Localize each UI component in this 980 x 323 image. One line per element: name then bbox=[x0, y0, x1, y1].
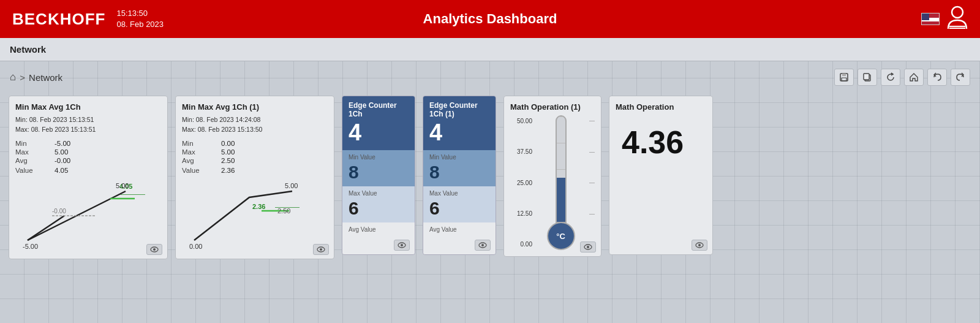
edge2-main-val: 4 bbox=[423, 121, 496, 150]
minmax1-chart: 4.05 ———— -0.00 -5.00 5.00 bbox=[15, 179, 161, 253]
math1-title: Math Operation (1) bbox=[510, 102, 595, 112]
minmax1-card: Min Max Avg 1Ch Min: 08. Feb 2023 15:13:… bbox=[9, 96, 168, 259]
svg-text:-0.00: -0.00 bbox=[52, 208, 66, 215]
network-bar: Network bbox=[0, 38, 980, 61]
minmax2-stats: Min 0.00 Max 5.00 Avg 2.50 Value 2.36 bbox=[182, 140, 328, 174]
flag-icon[interactable] bbox=[921, 13, 940, 25]
refresh-button[interactable] bbox=[881, 69, 900, 86]
svg-point-4 bbox=[952, 7, 963, 18]
math2-value: 4.36 bbox=[622, 124, 706, 161]
svg-text:————: ———— bbox=[121, 191, 145, 197]
svg-point-36 bbox=[698, 244, 701, 246]
header: BECKHOFF 15:13:50 08. Feb 2023 Analytics… bbox=[0, 0, 980, 38]
svg-point-30 bbox=[401, 244, 403, 246]
edge1-min-section: Min Value 8 bbox=[342, 150, 415, 186]
edge2-min-section: Min Value 8 bbox=[423, 150, 496, 186]
math1-card: Math Operation (1) 50.00 37.50 25.00 12.… bbox=[503, 96, 601, 257]
math2-title: Math Operation bbox=[616, 102, 706, 112]
svg-rect-11 bbox=[864, 74, 869, 80]
edge1-main-val: 4 bbox=[342, 121, 415, 150]
breadcrumb: ⌂ > Network bbox=[10, 71, 62, 83]
svg-text:-5.00: -5.00 bbox=[23, 243, 38, 250]
minmax1-stats: Min -5.00 Max 5.00 Avg -0.00 Value 4.05 bbox=[15, 140, 161, 174]
edge2-card: Edge Counter 1Ch (1) 4 Min Value 8 Max V… bbox=[423, 96, 496, 255]
thermo-scale: 50.00 37.50 25.00 12.50 0.00 bbox=[510, 115, 532, 250]
home-button[interactable] bbox=[904, 69, 924, 86]
thermo-tube bbox=[556, 115, 567, 223]
thermo-bulb: °C bbox=[547, 222, 575, 250]
minmax2-title: Min Max Avg 1Ch (1) bbox=[182, 102, 328, 112]
network-bar-title: Network bbox=[10, 44, 46, 55]
thermometer: 50.00 37.50 25.00 12.50 0.00 bbox=[510, 115, 595, 250]
svg-point-34 bbox=[587, 246, 589, 248]
math2-eye-button[interactable] bbox=[692, 240, 707, 251]
undo-button[interactable] bbox=[927, 69, 947, 86]
svg-point-20 bbox=[153, 248, 156, 251]
main-area: ⌂ > Network bbox=[0, 61, 980, 323]
math1-eye-button[interactable] bbox=[580, 241, 596, 253]
breadcrumb-row: ⌂ > Network bbox=[6, 66, 974, 88]
edge2-max-section: Max Value 6 bbox=[423, 186, 496, 222]
header-time: 15:13:50 08. Feb 2023 bbox=[116, 8, 164, 30]
edge2-title: Edge Counter 1Ch (1) bbox=[423, 96, 496, 121]
minmax1-title: Min Max Avg 1Ch bbox=[15, 102, 161, 112]
math2-card: Math Operation 4.36 bbox=[609, 96, 713, 255]
user-icon[interactable] bbox=[947, 6, 968, 32]
svg-point-28 bbox=[320, 248, 322, 251]
edge1-max-section: Max Value 6 bbox=[342, 186, 415, 222]
cards-container: Min Max Avg 1Ch Min: 08. Feb 2023 15:13:… bbox=[6, 93, 974, 262]
logo: BECKHOFF bbox=[12, 10, 105, 29]
toolbar bbox=[834, 69, 970, 86]
svg-text:2.50: 2.50 bbox=[277, 207, 290, 215]
edge2-eye-button[interactable] bbox=[475, 240, 491, 251]
edge1-title: Edge Counter 1Ch bbox=[342, 96, 415, 121]
svg-point-32 bbox=[481, 244, 484, 246]
redo-button[interactable] bbox=[951, 69, 970, 86]
minmax2-info: Min: 08. Feb 2023 14:24:08 Max: 08. Feb … bbox=[182, 115, 328, 135]
svg-text:2.36: 2.36 bbox=[252, 203, 265, 210]
minmax1-eye-button[interactable] bbox=[146, 244, 162, 255]
svg-text:5.00: 5.00 bbox=[285, 182, 298, 189]
minmax2-card: Min Max Avg 1Ch (1) Min: 08. Feb 2023 14… bbox=[175, 96, 334, 259]
save-button[interactable] bbox=[834, 69, 854, 86]
svg-rect-2 bbox=[922, 21, 940, 25]
breadcrumb-separator: > bbox=[20, 72, 25, 83]
edge1-card: Edge Counter 1Ch 4 Min Value 8 Max Value… bbox=[342, 96, 415, 255]
minmax2-eye-button[interactable] bbox=[313, 244, 329, 255]
page-title: Analytics Dashboard bbox=[423, 11, 557, 27]
header-actions bbox=[921, 6, 968, 32]
thermo-visual: °C bbox=[536, 115, 586, 250]
svg-rect-8 bbox=[842, 74, 846, 76]
svg-text:5.00: 5.00 bbox=[116, 182, 129, 189]
svg-text:0.00: 0.00 bbox=[189, 243, 202, 250]
copy-button[interactable] bbox=[858, 69, 877, 86]
minmax2-chart: 2.36 ———— 2.50 0.00 5.00 bbox=[182, 179, 328, 253]
svg-rect-3 bbox=[922, 13, 929, 20]
breadcrumb-current: Network bbox=[29, 72, 62, 83]
minmax1-info: Min: 08. Feb 2023 15:13:51 Max: 08. Feb … bbox=[15, 115, 161, 135]
edge1-eye-button[interactable] bbox=[394, 240, 410, 251]
home-icon[interactable]: ⌂ bbox=[10, 71, 16, 83]
